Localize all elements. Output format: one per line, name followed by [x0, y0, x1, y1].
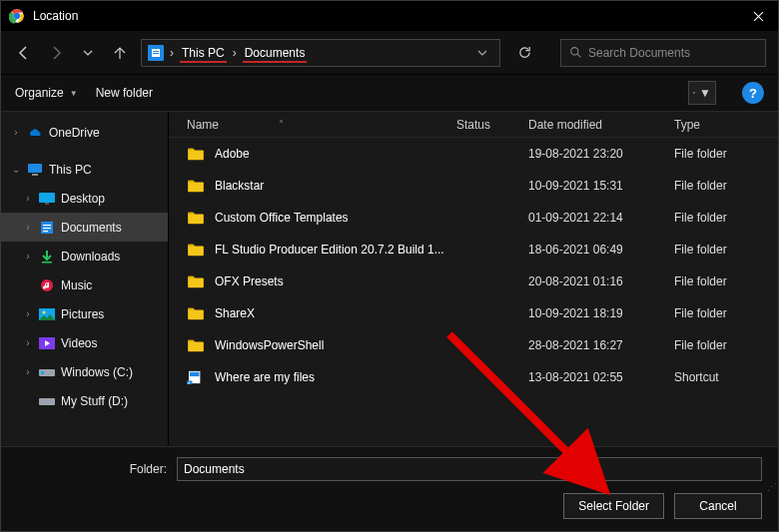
toolbar: Organize▼ New folder ▼ ? [1, 75, 778, 111]
file-date: 28-08-2021 16:27 [528, 338, 674, 352]
file-type: Shortcut [674, 370, 778, 384]
close-button[interactable] [738, 1, 778, 31]
sidebar-item-label: Videos [61, 336, 97, 350]
file-area: Name˄ Status Date modified Type Adobe19-… [169, 112, 778, 446]
organize-button[interactable]: Organize▼ [15, 86, 78, 100]
forward-button[interactable] [45, 42, 67, 64]
table-row[interactable]: Where are my files13-08-2021 02:55Shortc… [169, 361, 778, 393]
sidebar-item-label: This PC [49, 163, 92, 177]
folder-input[interactable] [177, 457, 762, 481]
folder-icon [187, 338, 205, 352]
sidebar-item-label: Desktop [61, 192, 105, 206]
file-type: File folder [674, 211, 778, 225]
sidebar-item-label: OneDrive [49, 126, 100, 140]
breadcrumb-dropdown[interactable] [471, 48, 493, 58]
table-row[interactable]: Blackstar10-09-2021 15:31File folder [169, 170, 778, 202]
svg-rect-9 [28, 164, 42, 173]
file-date: 10-09-2021 18:19 [528, 306, 674, 320]
table-row[interactable]: WindowsPowerShell28-08-2021 16:27File fo… [169, 329, 778, 361]
chrome-icon [9, 8, 25, 24]
file-type: File folder [674, 243, 778, 257]
sidebar-item-label: Pictures [61, 307, 104, 321]
sidebar-item-downloads[interactable]: › Downloads [1, 242, 168, 270]
sidebar-item-thispc[interactable]: ⌄ This PC [1, 155, 168, 184]
sidebar-item-windows-c[interactable]: › Windows (C:) [1, 357, 168, 386]
sidebar-item-videos[interactable]: › Videos [1, 328, 168, 357]
resize-grip[interactable]: ⋰ [767, 481, 775, 492]
file-name: ShareX [215, 306, 255, 320]
column-date[interactable]: Date modified [528, 118, 674, 132]
sidebar-item-label: Downloads [61, 250, 120, 264]
sidebar-item-desktop[interactable]: › Desktop [1, 184, 168, 213]
svg-rect-17 [42, 262, 52, 264]
column-status[interactable]: Status [456, 118, 528, 132]
file-date: 01-09-2021 22:14 [528, 211, 674, 225]
cancel-button[interactable]: Cancel [674, 493, 762, 519]
table-row[interactable]: Adobe19-08-2021 23:20File folder [169, 138, 778, 170]
file-name: WindowsPowerShell [215, 338, 324, 352]
file-date: 13-08-2021 02:55 [528, 370, 674, 384]
svg-rect-23 [41, 371, 44, 374]
file-date: 19-08-2021 23:20 [528, 147, 674, 161]
file-name: Where are my files [215, 370, 315, 384]
breadcrumb[interactable]: › This PC › Documents [141, 39, 500, 67]
navbar: › This PC › Documents [1, 31, 778, 75]
sidebar: › OneDrive ⌄ This PC › Desktop › Documen… [1, 112, 169, 446]
sidebar-item-label: Windows (C:) [61, 365, 133, 379]
shortcut-icon [187, 370, 205, 384]
footer: Folder: Select Folder Cancel [1, 446, 778, 531]
breadcrumb-documents[interactable]: Documents [243, 44, 308, 62]
file-name: Custom Office Templates [215, 211, 349, 225]
sidebar-item-documents[interactable]: › Documents [1, 213, 168, 242]
table-row[interactable]: ShareX10-09-2021 18:19File folder [169, 297, 778, 329]
file-date: 20-08-2021 01:16 [528, 274, 674, 288]
up-button[interactable] [109, 42, 131, 64]
pictures-icon [39, 306, 55, 322]
folder-label: Folder: [17, 462, 167, 476]
list-view-icon [693, 87, 695, 99]
folder-icon [187, 306, 205, 320]
search-box[interactable] [560, 39, 766, 67]
column-headers[interactable]: Name˄ Status Date modified Type [169, 112, 778, 138]
column-name[interactable]: Name [187, 118, 219, 132]
select-folder-button[interactable]: Select Folder [563, 493, 664, 519]
sidebar-item-music[interactable]: Music [1, 270, 168, 299]
file-name: OFX Presets [215, 274, 284, 288]
breadcrumb-thispc[interactable]: This PC [180, 44, 227, 62]
search-input[interactable] [588, 46, 757, 60]
desktop-icon [39, 191, 55, 207]
folder-icon [187, 147, 205, 161]
svg-rect-24 [39, 398, 55, 405]
sidebar-item-onedrive[interactable]: › OneDrive [1, 118, 168, 147]
folder-icon [187, 274, 205, 288]
file-type: File folder [674, 179, 778, 193]
help-button[interactable]: ? [742, 82, 764, 104]
back-button[interactable] [13, 42, 35, 64]
file-date: 10-09-2021 15:31 [528, 179, 674, 193]
drive-icon [39, 364, 55, 380]
annotation-underline [180, 61, 227, 63]
refresh-button[interactable] [510, 39, 538, 67]
svg-rect-14 [43, 225, 51, 226]
sidebar-item-mystuff-d[interactable]: My Stuff (D:) [1, 386, 168, 415]
folder-icon [187, 179, 205, 193]
chevron-right-icon: › [23, 193, 33, 204]
column-type[interactable]: Type [674, 118, 778, 132]
table-row[interactable]: OFX Presets20-08-2021 01:16File folder [169, 266, 778, 297]
new-folder-button[interactable]: New folder [96, 86, 153, 100]
file-type: File folder [674, 338, 778, 352]
table-row[interactable]: FL Studio Producer Edition 20.7.2 Build … [169, 234, 778, 266]
file-name: Blackstar [215, 179, 264, 193]
history-dropdown[interactable] [77, 42, 99, 64]
svg-rect-12 [45, 203, 49, 205]
sidebar-item-pictures[interactable]: › Pictures [1, 299, 168, 328]
music-icon [39, 277, 55, 293]
view-button[interactable]: ▼ [688, 81, 716, 105]
table-row[interactable]: Custom Office Templates01-09-2021 22:14F… [169, 202, 778, 234]
window-title: Location [33, 9, 738, 23]
videos-icon [39, 335, 55, 351]
chevron-down-icon: ⌄ [11, 164, 21, 175]
folder-icon [187, 211, 205, 225]
chevron-right-icon: › [11, 127, 21, 138]
chevron-right-icon: › [23, 337, 33, 348]
